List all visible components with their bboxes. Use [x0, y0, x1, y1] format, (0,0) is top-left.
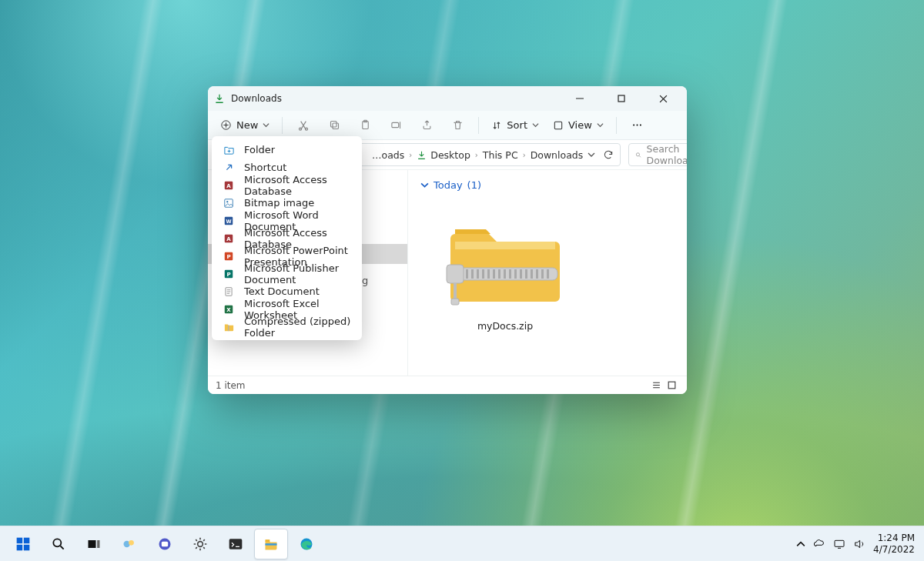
- svg-rect-26: [520, 269, 522, 279]
- svg-rect-18: [477, 269, 479, 279]
- svg-rect-5: [330, 122, 336, 128]
- start-button[interactable]: [6, 529, 40, 559]
- cut-button[interactable]: [290, 114, 316, 137]
- new-label: New: [236, 119, 258, 131]
- titlebar[interactable]: Downloads: [208, 86, 687, 111]
- onedrive-icon[interactable]: [813, 538, 825, 550]
- svg-rect-34: [668, 382, 675, 389]
- chevron-down-icon[interactable]: [588, 151, 595, 159]
- svg-rect-64: [266, 539, 270, 542]
- menu-item[interactable]: Compressed (zipped) Folder: [212, 318, 362, 336]
- svg-rect-4: [333, 123, 339, 129]
- chevron-right-icon: ›: [523, 151, 526, 159]
- file-label: myDocs.zip: [444, 320, 567, 332]
- rename-button[interactable]: [383, 114, 409, 137]
- share-button[interactable]: [413, 114, 440, 137]
- minimize-button[interactable]: [562, 88, 598, 109]
- toolbar-separator: [478, 117, 479, 134]
- tray-overflow-button[interactable]: [796, 539, 805, 549]
- breadcrumb[interactable]: Downloads: [531, 149, 584, 161]
- svg-text:X: X: [226, 306, 231, 312]
- menu-item-label: Compressed (zipped) Folder: [244, 316, 351, 339]
- refresh-icon[interactable]: [603, 149, 614, 160]
- svg-point-59: [129, 540, 134, 546]
- svg-rect-53: [17, 544, 23, 550]
- svg-rect-67: [835, 540, 844, 546]
- taskbar-search-button[interactable]: [42, 529, 75, 559]
- search-input[interactable]: Search Downloads: [628, 143, 687, 166]
- volume-icon[interactable]: [853, 538, 865, 550]
- delete-button[interactable]: [444, 114, 470, 137]
- menu-item[interactable]: AMicrosoft Access Database: [212, 176, 362, 194]
- taskbar-edge-button[interactable]: [290, 529, 323, 559]
- view-label: View: [568, 119, 592, 131]
- shortcut-icon: [223, 162, 235, 174]
- svg-rect-63: [229, 539, 243, 549]
- svg-rect-19: [482, 269, 484, 279]
- folder-plus-icon: [223, 144, 235, 156]
- svg-rect-24: [509, 269, 511, 279]
- system-tray: 1:24 PM 4/7/2022: [796, 533, 918, 555]
- svg-rect-54: [24, 544, 30, 550]
- window-title: Downloads: [231, 93, 282, 104]
- content-pane[interactable]: Today (1): [408, 170, 687, 376]
- group-header[interactable]: Today (1): [420, 179, 675, 191]
- svg-text:P: P: [226, 253, 230, 259]
- powerpoint-icon: P: [223, 250, 235, 262]
- menu-item[interactable]: Folder: [212, 141, 362, 159]
- svg-rect-17: [471, 269, 474, 279]
- taskbar-clock[interactable]: 1:24 PM 4/7/2022: [873, 533, 918, 555]
- taskbar: 1:24 PM 4/7/2022: [0, 526, 924, 561]
- taskbar-settings-button[interactable]: [183, 529, 217, 559]
- network-icon[interactable]: [833, 538, 845, 550]
- svg-rect-29: [536, 269, 538, 279]
- status-bar: 1 item: [208, 376, 687, 394]
- sort-label: Sort: [507, 119, 527, 131]
- paste-button[interactable]: [352, 114, 378, 137]
- zip-folder-icon: [444, 212, 567, 309]
- excel-icon: X: [223, 303, 235, 316]
- menu-item[interactable]: PMicrosoft Publisher Document: [212, 265, 362, 282]
- svg-rect-51: [17, 537, 23, 543]
- file-item[interactable]: myDocs.zip: [444, 212, 567, 332]
- more-button[interactable]: [624, 114, 651, 137]
- taskbar-date: 4/7/2022: [873, 544, 915, 555]
- toolbar-separator: [282, 117, 283, 134]
- chevron-down-icon: [597, 122, 604, 129]
- svg-rect-9: [554, 122, 561, 129]
- svg-rect-16: [466, 269, 468, 279]
- large-icons-view-button[interactable]: [664, 378, 679, 393]
- taskbar-explorer-button[interactable]: [254, 529, 288, 559]
- chevron-down-icon: [263, 122, 270, 129]
- svg-rect-61: [162, 541, 168, 546]
- svg-rect-23: [504, 269, 506, 279]
- close-button[interactable]: [645, 88, 681, 109]
- svg-rect-57: [97, 540, 99, 548]
- taskbar-terminal-button[interactable]: [219, 529, 253, 559]
- svg-point-11: [637, 125, 638, 126]
- breadcrumb[interactable]: Desktop: [417, 149, 470, 161]
- svg-rect-65: [266, 543, 277, 546]
- svg-rect-33: [451, 299, 459, 305]
- taskbar-widgets-button[interactable]: [112, 529, 146, 559]
- sort-button[interactable]: Sort: [487, 116, 544, 134]
- view-button[interactable]: View: [548, 116, 608, 134]
- svg-rect-25: [514, 269, 517, 279]
- svg-point-12: [640, 125, 641, 126]
- new-button[interactable]: New: [216, 116, 274, 134]
- taskbar-taskview-button[interactable]: [77, 529, 111, 559]
- svg-rect-30: [541, 269, 544, 279]
- svg-rect-31: [547, 269, 549, 279]
- copy-button[interactable]: [321, 114, 347, 137]
- new-context-menu: FolderShortcutAMicrosoft Access Database…: [212, 136, 362, 340]
- svg-rect-21: [493, 269, 495, 279]
- svg-point-38: [226, 201, 228, 202]
- maximize-button[interactable]: [604, 88, 639, 109]
- breadcrumb[interactable]: This PC: [483, 149, 518, 161]
- details-view-button[interactable]: [648, 378, 664, 393]
- chevron-right-icon: ›: [475, 151, 478, 159]
- menu-item-label: Microsoft Publisher Document: [244, 262, 351, 286]
- bitmap-icon: [223, 197, 235, 209]
- chevron-down-icon: [532, 122, 539, 129]
- taskbar-chat-button[interactable]: [148, 529, 182, 559]
